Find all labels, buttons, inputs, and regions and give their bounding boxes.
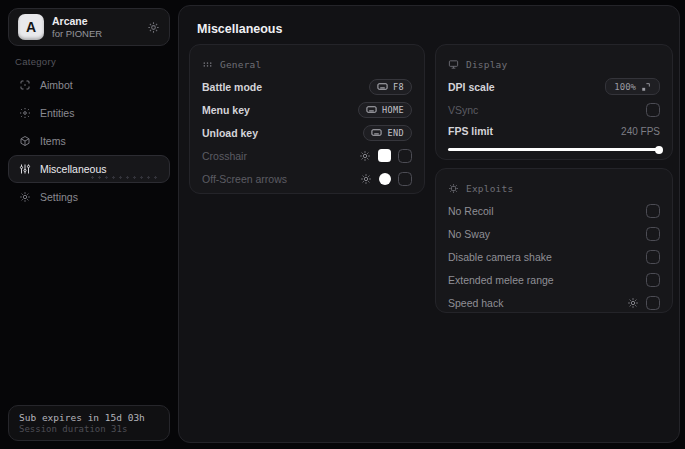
unload-key-keybind[interactable]: END — [363, 125, 412, 141]
no-recoil-checkbox[interactable] — [646, 204, 660, 218]
extended-melee-range-row: Extended melee range — [448, 268, 660, 291]
slider-fill — [448, 148, 660, 151]
scale-icon — [641, 82, 651, 92]
section-title: Exploits — [466, 183, 513, 194]
fps-limit-value: 240 FPS — [621, 126, 660, 137]
gear-icon — [18, 191, 31, 203]
crosshair-row: Crosshair — [202, 144, 412, 167]
sidebar-item-items[interactable]: Items — [8, 127, 170, 155]
app-subtitle: for PIONER — [52, 28, 139, 40]
dots-grid-icon — [202, 59, 213, 70]
subscription-card: Sub expires in 15d 03h Session duration … — [8, 405, 170, 441]
no-sway-row: No Sway — [448, 222, 660, 245]
scan-icon — [18, 79, 31, 91]
brand-card: A Arcane for PIONER — [8, 8, 170, 46]
menu-key-row: Menu key HOME — [202, 98, 412, 121]
sidebar-item-miscellaneous[interactable]: Miscellaneous — [8, 155, 170, 183]
keyboard-icon — [377, 81, 388, 92]
fps-limit-row: FPS limit 240 FPS — [448, 121, 660, 141]
crosshair-gear-icon[interactable] — [359, 150, 371, 162]
speed-hack-checkbox[interactable] — [646, 296, 660, 310]
bug-icon — [448, 183, 459, 194]
sidebar-item-entities[interactable]: Entities — [8, 99, 170, 127]
brand-text: Arcane for PIONER — [52, 15, 139, 40]
crosshair-label: Crosshair — [202, 150, 247, 162]
page-title: Miscellaneous — [197, 22, 282, 36]
app-logo: A — [18, 14, 44, 40]
entities-icon — [18, 107, 31, 119]
keyboard-icon — [371, 127, 382, 138]
dpi-scale-label: DPI scale — [448, 81, 495, 93]
keyboard-icon — [366, 104, 377, 115]
vsync-row: VSync — [448, 98, 660, 121]
sub-expiry-text: Sub expires in 15d 03h — [19, 412, 159, 423]
section-title: General — [220, 59, 261, 70]
disable-camera-shake-row: Disable camera shake — [448, 245, 660, 268]
dotted-decoration — [89, 175, 161, 180]
battle-mode-keybind[interactable]: F8 — [369, 79, 412, 95]
sidebar-item-label: Miscellaneous — [40, 163, 107, 175]
vsync-checkbox[interactable] — [646, 103, 660, 117]
offscreen-arrows-color-swatch[interactable] — [379, 173, 391, 185]
extended-melee-range-label: Extended melee range — [448, 274, 554, 286]
box-icon — [18, 135, 31, 147]
no-recoil-row: No Recoil — [448, 199, 660, 222]
menu-key-keybind[interactable]: HOME — [358, 102, 412, 118]
sliders-icon — [18, 163, 31, 175]
monitor-icon — [448, 59, 459, 70]
offscreen-arrows-gear-icon[interactable] — [360, 173, 372, 185]
crosshair-color-swatch[interactable] — [378, 149, 391, 162]
display-header: Display — [448, 53, 660, 75]
exploits-card: Exploits No Recoil No Sway Disable camer… — [435, 168, 673, 313]
settings-gear-icon[interactable] — [147, 21, 160, 34]
no-sway-label: No Sway — [448, 228, 490, 240]
sidebar-item-label: Items — [40, 135, 66, 147]
disable-camera-shake-label: Disable camera shake — [448, 251, 552, 263]
extended-melee-range-checkbox[interactable] — [646, 273, 660, 287]
sidebar-item-settings[interactable]: Settings — [8, 183, 170, 211]
speed-hack-label: Speed hack — [448, 297, 503, 309]
slider-knob[interactable] — [655, 146, 663, 154]
dpi-scale-select[interactable]: 100% — [605, 78, 660, 95]
general-header: General — [202, 53, 412, 75]
offscreen-arrows-checkbox[interactable] — [398, 172, 412, 186]
offscreen-arrows-row: Off-Screen arrows — [202, 167, 412, 190]
session-duration-text: Session duration 31s — [19, 424, 159, 434]
general-card: General Battle mode F8 Menu key HOME Unl… — [189, 44, 425, 194]
display-card: Display DPI scale 100% VSync FPS limit 2… — [435, 44, 673, 160]
fps-limit-slider[interactable] — [448, 143, 660, 155]
vsync-label: VSync — [448, 104, 478, 116]
main-panel: Miscellaneous General Battle mode F8 Men… — [178, 5, 680, 443]
sidebar-nav: Aimbot Entities Items Miscellaneous S — [8, 71, 170, 211]
sidebar-item-aimbot[interactable]: Aimbot — [8, 71, 170, 99]
sidebar-item-label: Entities — [40, 107, 74, 119]
menu-key-label: Menu key — [202, 104, 250, 116]
offscreen-arrows-label: Off-Screen arrows — [202, 173, 287, 185]
speed-hack-row: Speed hack — [448, 291, 660, 314]
sidebar: A Arcane for PIONER Category Aimbot Enti… — [0, 0, 178, 449]
battle-mode-row: Battle mode F8 — [202, 75, 412, 98]
exploits-header: Exploits — [448, 177, 660, 199]
unload-key-label: Unload key — [202, 127, 258, 139]
fps-limit-label: FPS limit — [448, 125, 493, 137]
sidebar-item-label: Settings — [40, 191, 78, 203]
no-sway-checkbox[interactable] — [646, 227, 660, 241]
unload-key-row: Unload key END — [202, 121, 412, 144]
dpi-scale-value: 100% — [614, 82, 636, 92]
app-name: Arcane — [52, 15, 139, 28]
section-title: Display — [466, 59, 507, 70]
disable-camera-shake-checkbox[interactable] — [646, 250, 660, 264]
crosshair-checkbox[interactable] — [398, 149, 412, 163]
sidebar-item-label: Aimbot — [40, 79, 73, 91]
battle-mode-label: Battle mode — [202, 81, 262, 93]
dpi-scale-row: DPI scale 100% — [448, 75, 660, 98]
no-recoil-label: No Recoil — [448, 205, 494, 217]
category-label: Category — [15, 56, 56, 67]
speed-hack-gear-icon[interactable] — [627, 297, 639, 309]
